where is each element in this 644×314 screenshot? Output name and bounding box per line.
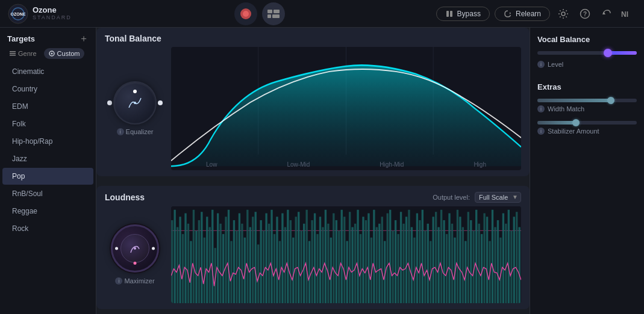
svg-rect-120 — [416, 213, 418, 303]
tonal-balance-chart-area[interactable]: Low Low-Mid High-Mid High — [171, 47, 521, 170]
list-item-folk[interactable]: Folk — [2, 115, 93, 132]
svg-rect-131 — [446, 234, 448, 303]
svg-rect-96 — [351, 227, 353, 303]
svg-rect-47 — [219, 223, 221, 303]
svg-rect-67 — [274, 234, 275, 303]
width-match-track[interactable] — [537, 99, 637, 102]
svg-rect-49 — [225, 217, 227, 303]
stabilizer-slider-row: i Stabilizer Amount — [537, 121, 637, 135]
output-level-select[interactable]: Full Scale -14 LUFS -16 LUFS -23 LUFS — [475, 192, 521, 203]
list-item-cinematic[interactable]: Cinematic — [2, 63, 93, 80]
list-item-country[interactable]: Country — [2, 81, 93, 97]
maximizer-label: i Maximizer — [115, 277, 154, 285]
maximizer-bottom-indicator — [134, 262, 137, 265]
equalizer-info-icon[interactable]: i — [117, 128, 124, 135]
svg-rect-29 — [171, 220, 173, 303]
width-match-fill — [537, 99, 612, 102]
vocal-level-slider[interactable] — [537, 51, 637, 55]
tonal-balance-panel: Tonal Balance — [96, 28, 530, 176]
tab-custom[interactable]: Custom — [44, 48, 85, 59]
vocal-level-info-icon[interactable]: i — [537, 61, 545, 68]
svg-rect-84 — [319, 217, 321, 303]
svg-rect-144 — [481, 234, 483, 303]
settings-button[interactable] — [555, 5, 572, 22]
svg-rect-130 — [443, 220, 445, 303]
svg-point-26 — [134, 247, 136, 250]
svg-point-4 — [243, 11, 249, 17]
list-item-jazz[interactable]: Jazz — [2, 150, 93, 167]
vocal-level-thumb[interactable] — [604, 49, 612, 57]
relearn-button[interactable]: Relearn — [495, 7, 550, 21]
help-icon: ? — [580, 8, 590, 19]
svg-rect-80 — [308, 241, 310, 303]
sidebar-title: Targets — [7, 34, 35, 43]
maximizer-left-handle[interactable] — [115, 247, 118, 250]
svg-rect-158 — [519, 227, 521, 303]
svg-rect-74 — [292, 237, 294, 303]
equalizer-knob[interactable] — [113, 81, 157, 125]
knob-right-handle[interactable] — [158, 100, 163, 105]
svg-rect-68 — [276, 217, 278, 303]
brand-icon-button[interactable]: NI — [620, 5, 637, 22]
output-level-label: Output level: — [433, 194, 470, 201]
svg-rect-114 — [400, 212, 402, 303]
tab-genre[interactable]: Genre — [5, 48, 42, 59]
stabilizer-track[interactable] — [537, 121, 637, 125]
right-panel: Vocal Balance i Level Extras — [530, 28, 644, 314]
svg-rect-62 — [260, 220, 261, 303]
undo-icon — [601, 8, 612, 19]
svg-rect-124 — [427, 223, 429, 303]
svg-rect-31 — [177, 227, 178, 303]
nav-eq-button[interactable] — [234, 2, 257, 25]
svg-rect-133 — [451, 223, 453, 303]
width-match-thumb[interactable] — [607, 97, 614, 104]
knob-left-handle[interactable] — [107, 100, 112, 105]
vocal-level-track — [537, 51, 637, 55]
sidebar-add-button[interactable]: ＋ — [79, 34, 89, 43]
svg-rect-83 — [316, 234, 318, 303]
list-item-reggae[interactable]: Reggae — [2, 203, 93, 220]
app-name: Ozone — [33, 6, 72, 14]
svg-rect-157 — [516, 212, 517, 303]
nav-modules-button[interactable] — [262, 2, 285, 25]
undo-button[interactable] — [598, 5, 615, 22]
svg-rect-111 — [392, 230, 393, 303]
list-item-hiphop[interactable]: Hip-hop/Rap — [2, 133, 93, 150]
svg-rect-6 — [274, 10, 280, 13]
bypass-button[interactable]: Bypass — [436, 7, 490, 21]
svg-rect-81 — [311, 220, 313, 303]
svg-rect-106 — [378, 223, 380, 303]
svg-rect-55 — [241, 223, 243, 303]
loudness-chart-area[interactable] — [171, 206, 521, 303]
tonal-balance-chart — [171, 47, 521, 170]
maximizer-right-handle[interactable] — [152, 247, 155, 250]
loudness-output-controls: Output level: Full Scale -14 LUFS -16 LU… — [433, 192, 521, 203]
svg-rect-17 — [10, 51, 16, 52]
list-item-rnb[interactable]: RnB/Soul — [2, 185, 93, 202]
width-match-label-row: i Width Match — [537, 105, 637, 112]
svg-rect-65 — [268, 223, 270, 303]
svg-rect-35 — [187, 223, 189, 303]
modules-nav-icon — [267, 10, 280, 18]
svg-rect-127 — [435, 212, 437, 303]
maximizer-knob[interactable] — [111, 224, 159, 272]
list-item-edm[interactable]: EDM — [2, 98, 93, 115]
svg-rect-40 — [201, 212, 202, 303]
help-button[interactable]: ? — [577, 5, 593, 22]
equalizer-label: i Equalizer — [117, 128, 154, 135]
svg-rect-63 — [263, 230, 264, 303]
list-item-rock[interactable]: Rock — [2, 220, 93, 237]
svg-rect-152 — [502, 213, 504, 303]
svg-rect-79 — [305, 209, 307, 303]
svg-rect-59 — [252, 217, 254, 303]
maximizer-info-icon[interactable]: i — [115, 277, 122, 285]
width-match-info-icon[interactable]: i — [537, 105, 545, 112]
list-item-pop[interactable]: Pop — [2, 168, 93, 185]
svg-text:NI: NI — [621, 10, 628, 19]
equalizer-knob-area: i Equalizer — [105, 47, 165, 170]
stabilizer-thumb[interactable] — [572, 119, 580, 126]
svg-rect-50 — [228, 209, 230, 303]
svg-rect-115 — [402, 223, 404, 303]
ni-logo-icon: NI — [621, 8, 636, 19]
stabilizer-info-icon[interactable]: i — [537, 128, 545, 135]
